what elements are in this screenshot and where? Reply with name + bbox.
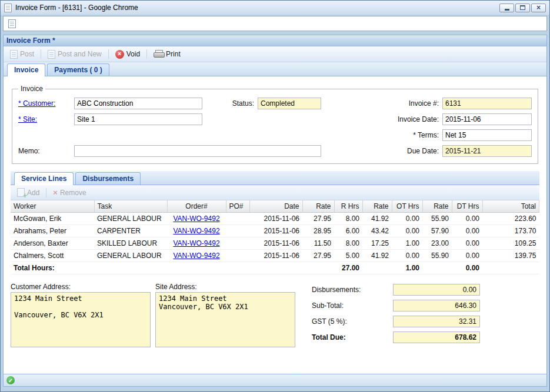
table-row: Anderson, BaxterSKILLED LABOURVAN-WO-949… [11, 237, 539, 250]
gst-label: GST (5 %): [312, 317, 393, 326]
site-label-link[interactable]: * Site: [18, 115, 37, 123]
memo-label: Memo: [18, 147, 74, 155]
window-titlebar[interactable]: Invoice Form - [6131] - Google Chrome × [1, 1, 549, 15]
customer-input[interactable] [74, 98, 202, 109]
column-header-po-[interactable]: PO# [226, 200, 249, 213]
remove-icon: × [53, 189, 58, 196]
void-icon: × [115, 50, 124, 59]
void-button[interactable]: × Void [112, 49, 144, 60]
tab-disbursements[interactable]: Disbursements [75, 172, 141, 185]
total-dt-hrs: 0.00 [452, 262, 482, 274]
customer-address-block: Customer Address: 1234 Main Street Vanco… [11, 283, 151, 349]
memo-input[interactable] [74, 145, 321, 157]
remove-button-label: Remove [60, 189, 86, 197]
site-input[interactable] [74, 113, 202, 125]
gst-row: GST (5 %): 32.31 [312, 316, 488, 327]
service-lines-panel: Service Lines Disbursements + Add × Remo… [11, 171, 539, 274]
post-and-new-button-label: Post and New [58, 50, 102, 58]
post-and-new-icon [48, 50, 55, 59]
customer-address-textarea[interactable]: 1234 Main Street Vancouver, BC V6X 2X1 [11, 292, 151, 347]
terms-label: * Terms: [388, 131, 442, 139]
column-header-r-hrs[interactable]: R Hrs [334, 200, 362, 213]
service-lines-totals: Total Hours: 27.00 1.00 0.00 [11, 262, 539, 274]
column-header-ot-hrs[interactable]: OT Hrs [392, 200, 422, 213]
tab-invoice[interactable]: Invoice [7, 63, 45, 76]
post-button-label: Post [20, 50, 34, 58]
column-header-dt-hrs[interactable]: DT Hrs [452, 200, 482, 213]
maximize-button[interactable] [515, 4, 530, 12]
disbursements-label: Disbursements: [312, 286, 393, 294]
disbursements-row: Disbursements: 0.00 [312, 284, 488, 296]
remove-button[interactable]: × Remove [49, 187, 89, 198]
work-order-link[interactable]: VAN-WO-9492 [173, 239, 219, 247]
column-header-rate[interactable]: Rate [422, 200, 452, 213]
total-due-field: 678.62 [393, 331, 480, 343]
column-header-total[interactable]: Total [482, 200, 539, 213]
invoice-date-input[interactable] [442, 113, 532, 125]
column-header-worker[interactable]: Worker [11, 200, 94, 213]
table-row: Abrahams, PeterCARPENTERVAN-WO-94922015-… [11, 225, 539, 237]
close-button[interactable]: × [531, 4, 546, 12]
status-field: Completed [258, 98, 321, 109]
service-lines-body: McGowan, ErikGENERAL LABOURVAN-WO-949220… [11, 213, 539, 262]
total-due-row: Total Due: 678.62 [312, 331, 488, 343]
window-controls: × [499, 4, 546, 12]
customer-label-link[interactable]: * Customer: [18, 99, 55, 108]
column-header-date[interactable]: Date [249, 200, 302, 213]
totals-block: Disbursements: 0.00 Sub-Total: 646.30 GS… [312, 283, 488, 347]
add-icon: + [17, 188, 25, 197]
post-icon [10, 50, 18, 59]
minimize-icon [505, 9, 509, 11]
site-address-label: Site Address: [155, 283, 295, 291]
toolbar-separator [46, 188, 46, 197]
total-hours-row: Total Hours: 27.00 1.00 0.00 [11, 262, 539, 274]
print-button[interactable]: Print [150, 49, 184, 59]
work-order-link[interactable]: VAN-WO-9492 [173, 215, 219, 223]
lines-toolbar: + Add × Remove [11, 185, 539, 200]
column-header-rate[interactable]: Rate [302, 200, 334, 213]
form-header: Invoice Form * [4, 35, 546, 46]
work-order-link[interactable]: VAN-WO-9492 [173, 227, 219, 235]
column-header-rate[interactable]: Rate [362, 200, 392, 213]
total-due-label: Total Due: [312, 333, 393, 341]
column-header-task[interactable]: Task [94, 200, 167, 213]
toolbar-separator [108, 49, 109, 59]
print-icon [154, 50, 164, 58]
page-icon [8, 19, 16, 28]
print-button-label: Print [166, 50, 181, 58]
minimize-button[interactable] [499, 4, 514, 12]
post-button[interactable]: Post [6, 49, 38, 60]
terms-input[interactable] [442, 129, 532, 141]
tab-payments[interactable]: Payments ( 0 ) [47, 63, 109, 76]
footer-area: Customer Address: 1234 Main Street Vanco… [11, 283, 539, 349]
site-address-block: Site Address: 1234 Main Street Vancouver… [155, 283, 295, 349]
add-button[interactable]: + Add [14, 187, 43, 198]
due-date-field: 2015-11-21 [442, 145, 532, 157]
add-button-label: Add [27, 189, 39, 197]
browser-strip [3, 16, 547, 31]
toolbar-separator [146, 49, 147, 59]
subtotal-label: Sub-Total: [312, 301, 393, 310]
column-header-order-[interactable]: Order# [167, 200, 226, 213]
window-page-icon [4, 4, 12, 12]
close-icon: × [536, 4, 541, 11]
status-bar: ✓ [4, 374, 546, 386]
invoice-number-field: 6131 [442, 98, 532, 109]
total-r-hrs: 27.00 [334, 262, 362, 274]
subtotal-field: 646.30 [393, 300, 480, 311]
void-button-label: Void [126, 50, 140, 58]
due-date-label: Due Date: [388, 147, 442, 155]
service-lines-grid: WorkerTaskOrder#PO#DateRateR HrsRateOT H… [11, 200, 539, 274]
invoice-date-label: Invoice Date: [388, 115, 442, 123]
invoice-form-grid: * Customer: Status: Completed Invoice #:… [18, 95, 532, 159]
main-tabstrip: Invoice Payments ( 0 ) [4, 62, 546, 76]
service-lines-header-row: WorkerTaskOrder#PO#DateRateR HrsRateOT H… [11, 200, 539, 213]
site-address-textarea[interactable]: 1234 Main Street Vancouver, BC V6X 2X1 [155, 292, 295, 347]
invoice-fieldset: Invoice * Customer: Status: Completed In… [12, 85, 538, 164]
work-order-link[interactable]: VAN-WO-9492 [173, 252, 219, 260]
subtotal-row: Sub-Total: 646.30 [312, 300, 488, 311]
total-ot-hrs: 1.00 [392, 262, 422, 274]
post-and-new-button[interactable]: Post and New [44, 49, 105, 60]
tab-service-lines[interactable]: Service Lines [14, 172, 74, 185]
invoice-fieldset-legend: Invoice [18, 85, 45, 93]
